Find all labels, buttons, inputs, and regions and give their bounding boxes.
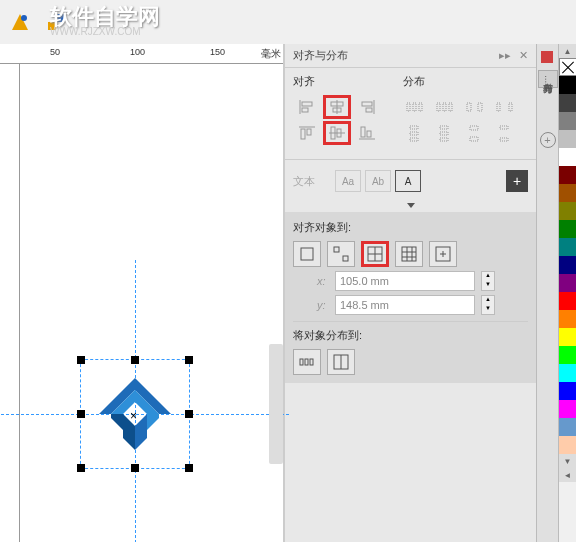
svg-rect-50 [343, 256, 348, 261]
ruler-horizontal: 50 100 150 毫米 [0, 44, 283, 64]
align-top-button[interactable] [293, 121, 321, 145]
x-spinner[interactable]: ▲▼ [481, 271, 495, 291]
align-distribute-panel: 对齐与分布 ▸▸ ✕ 对齐 分布 [285, 44, 576, 542]
svg-rect-45 [470, 137, 478, 141]
align-to-page-edge-button[interactable] [327, 241, 355, 267]
y-spinner[interactable]: ▲▼ [481, 295, 495, 315]
color-swatch[interactable] [559, 202, 576, 220]
color-swatch[interactable] [559, 274, 576, 292]
align-to-active-objects-button[interactable] [293, 241, 321, 267]
handle-middle-right[interactable] [185, 410, 193, 418]
svg-rect-38 [410, 126, 418, 129]
y-coordinate-input[interactable] [335, 295, 475, 315]
color-swatch[interactable] [559, 184, 576, 202]
distribute-bottom-button[interactable] [491, 121, 519, 145]
canvas-content[interactable]: × [20, 64, 283, 542]
y-label: y: [317, 299, 329, 311]
distribute-label: 分布 [403, 74, 425, 89]
x-coordinate-input[interactable] [335, 271, 475, 291]
x-label: x: [317, 275, 329, 287]
text-baseline-first-button[interactable]: Aa [335, 170, 361, 192]
color-swatch[interactable] [559, 76, 576, 94]
color-swatch[interactable] [559, 112, 576, 130]
color-swatch[interactable] [559, 364, 576, 382]
ruler-mark: 100 [130, 47, 145, 57]
panel-options-icon[interactable]: ▸▸ [499, 49, 511, 62]
color-swatch[interactable] [559, 382, 576, 400]
svg-rect-48 [301, 248, 313, 260]
canvas-scrollbar-vertical[interactable] [269, 344, 283, 464]
svg-rect-67 [541, 51, 553, 63]
svg-rect-46 [500, 126, 508, 129]
color-swatch[interactable] [559, 256, 576, 274]
color-swatch[interactable] [559, 148, 576, 166]
distribute-center-v-button[interactable] [431, 121, 459, 145]
svg-rect-34 [467, 103, 471, 111]
color-swatch[interactable] [559, 166, 576, 184]
divider [293, 321, 528, 322]
align-to-page-center-button[interactable] [361, 241, 389, 267]
color-swatch[interactable] [559, 220, 576, 238]
transparency-tool-icon[interactable] [8, 10, 32, 34]
svg-rect-54 [402, 247, 416, 261]
side-align-icon[interactable] [540, 50, 556, 66]
align-left-button[interactable] [293, 95, 321, 119]
handle-top-left[interactable] [77, 356, 85, 364]
handle-bottom-left[interactable] [77, 464, 85, 472]
distribute-spacing-h-button[interactable] [461, 95, 489, 119]
svg-marker-8 [111, 414, 123, 430]
panel-close-icon[interactable]: ✕ [519, 49, 528, 62]
color-swatch[interactable] [559, 130, 576, 148]
align-bottom-button[interactable] [353, 121, 381, 145]
ruler-vertical [0, 64, 20, 542]
color-swatch[interactable] [559, 418, 576, 436]
align-to-point-button[interactable] [429, 241, 457, 267]
color-swatch[interactable] [559, 238, 576, 256]
text-bounding-box-button[interactable]: A [395, 170, 421, 192]
svg-rect-40 [410, 138, 418, 141]
side-tab-align[interactable]: 对齐与分布... [538, 70, 558, 88]
distribute-top-button[interactable] [401, 121, 429, 145]
palette-flyout-icon[interactable]: ◄ [559, 468, 576, 482]
distribute-right-button[interactable] [491, 95, 519, 119]
color-swatch[interactable] [559, 328, 576, 346]
palette-up-icon[interactable]: ▲ [559, 44, 576, 58]
align-center-horizontal-button[interactable] [323, 95, 351, 119]
distribute-spacing-v-button[interactable] [461, 121, 489, 145]
color-swatch[interactable] [559, 94, 576, 112]
handle-top-center[interactable] [131, 356, 139, 364]
canvas-area: 50 100 150 毫米 × [0, 44, 285, 542]
color-swatch[interactable] [559, 436, 576, 454]
color-swatch[interactable] [559, 400, 576, 418]
color-swatch[interactable] [559, 310, 576, 328]
svg-rect-63 [305, 359, 308, 365]
distribute-to-page-button[interactable] [327, 349, 355, 375]
svg-rect-62 [300, 359, 303, 365]
align-right-button[interactable] [353, 95, 381, 119]
align-to-grid-button[interactable] [395, 241, 423, 267]
svg-rect-41 [440, 126, 448, 129]
palette-down-icon[interactable]: ▼ [559, 454, 576, 468]
svg-rect-37 [509, 103, 512, 111]
distribute-left-button[interactable] [401, 95, 429, 119]
handle-top-right[interactable] [185, 356, 193, 364]
color-swatch[interactable] [559, 346, 576, 364]
text-align-section: 文本 Aa Ab A + [285, 166, 536, 196]
handle-bottom-right[interactable] [185, 464, 193, 472]
svg-rect-20 [301, 129, 305, 139]
panel-title: 对齐与分布 [293, 48, 348, 63]
zoom-add-icon[interactable]: + [540, 132, 556, 148]
text-baseline-last-button[interactable]: Ab [365, 170, 391, 192]
svg-rect-26 [361, 127, 365, 137]
selected-object[interactable] [95, 374, 175, 454]
align-center-vertical-button[interactable] [323, 121, 351, 145]
color-swatch[interactable] [559, 292, 576, 310]
handle-bottom-center[interactable] [131, 464, 139, 472]
add-preset-button[interactable]: + [506, 170, 528, 192]
color-palette: ▲ ▼ ◄ [558, 44, 576, 542]
collapse-icon[interactable] [407, 203, 415, 208]
distribute-center-h-button[interactable] [431, 95, 459, 119]
handle-middle-left[interactable] [77, 410, 85, 418]
color-none[interactable] [559, 58, 576, 76]
distribute-to-selection-button[interactable] [293, 349, 321, 375]
